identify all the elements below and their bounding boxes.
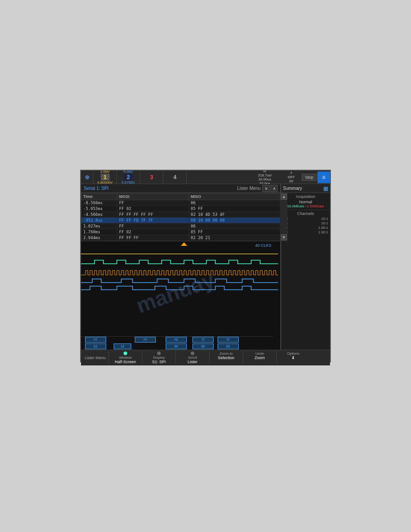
decode-cell: 7F — [218, 337, 239, 343]
menu-item-1[interactable]: Display S1: SPI — [143, 351, 175, 365]
acquisition-rates: 10.0MSa/s / 2.50MSa/s — [283, 204, 328, 208]
main-area: Serial 1: SPI Lister Menu ∨ ∧ Time — [81, 184, 330, 350]
channel-2-button[interactable]: 5.00V 2 5.6750V — [117, 171, 140, 184]
channels-section: Channels DC 10:1 DC 10:1 DC 1.00:1 DC 1.… — [281, 210, 330, 236]
cell-time: -952.0us — [81, 218, 117, 223]
h-label: H — [264, 169, 266, 173]
summary-icon: ▦ — [323, 185, 328, 192]
menu-button[interactable]: ≡ — [317, 172, 330, 183]
scroll-down-button[interactable]: ▼ — [281, 234, 287, 240]
table-row[interactable]: -4.566msFF FF FF FF FF02 10 4D 53 4F — [81, 212, 280, 218]
trig-value: 00 — [289, 179, 293, 183]
menu-item-value: Half-Screen — [115, 360, 136, 364]
acquisition-title: Acquisition — [283, 194, 328, 199]
cell-miso: 02 20 21 — [189, 235, 280, 241]
menu-separator — [142, 351, 142, 363]
decode-cell: 00 — [218, 343, 239, 349]
stop-button[interactable]: Stop — [302, 174, 317, 181]
channel-4-button[interactable]: 4 — [163, 171, 187, 184]
waveform-area: 40 CLKS FF FF FD 7F 7F 03 10 — [81, 241, 280, 350]
menu-item-5[interactable]: Options ⬇ — [278, 351, 309, 365]
table-row[interactable]: -8.594msFF06 — [81, 200, 280, 206]
menu-separator — [209, 351, 210, 363]
oscilloscope-screen: ❄ 2.00V 1 4.80000V 5.00V 2 5.6750V 3 4 H… — [80, 170, 331, 362]
arrow-buttons: ∨ ∧ — [262, 185, 278, 192]
horizontal-timebase: H 218.7us/ 32.00us 32.0us — [249, 169, 280, 185]
menu-item-4[interactable]: Undo Zoom — [244, 351, 275, 365]
decode-cell: 7F — [193, 337, 214, 343]
menu-item-value: S1: SPI — [152, 360, 166, 364]
summary-header: Summary ▦ — [281, 184, 330, 193]
freeze-button[interactable]: ❄ — [81, 171, 94, 184]
scroll-up-button[interactable]: ▲ — [281, 193, 287, 200]
col-time: Time — [81, 193, 117, 200]
channels-title: Channels — [283, 211, 328, 216]
decode-cell: 00 — [193, 343, 214, 349]
channel-3-button[interactable]: 3 — [140, 171, 163, 184]
top-toolbar: ❄ 2.00V 1 4.80000V 5.00V 2 5.6750V 3 4 H… — [81, 171, 330, 184]
t-label: T — [290, 171, 292, 175]
lister-table-wrapper: Time MOSI MISO -8.594msFF06-5.053msFF 02… — [81, 193, 280, 241]
menu-item-0[interactable]: Window Half-Screen — [110, 351, 141, 365]
decode-cell: FF — [85, 337, 106, 343]
acq-rate-green: 10.0MSa/s — [287, 204, 304, 208]
cell-miso: 06 — [189, 223, 280, 229]
lister-menu-header: Lister Menu ∨ ∧ — [237, 185, 278, 192]
cell-time: -5.053ms — [81, 206, 117, 212]
table-row[interactable]: -5.053msFF 0205 FF — [81, 206, 280, 212]
waveform-svg — [81, 241, 280, 350]
menu-item-3[interactable]: Zoom to Selection — [210, 351, 242, 365]
cell-time: 2.944ms — [81, 235, 117, 241]
menu-item-label: Scroll — [188, 356, 197, 360]
menu-item-label: Window — [119, 356, 132, 360]
bottom-menu-items: Window Half-Screen Display S1: SPI Scrol… — [110, 351, 309, 365]
decode-cell: 03 — [85, 343, 106, 349]
decode-row-miso: 03 10 00 00 00 — [81, 343, 273, 350]
table-row[interactable]: -952.0usFF FF FD 7F 7F09 10 00 00 00 — [81, 218, 280, 223]
arrow-up-btn[interactable]: ∧ — [270, 185, 278, 192]
summary-panel: Summary ▦ Acquisition Normal 10.0MSa/s /… — [281, 184, 330, 350]
decode-cell: FF — [135, 337, 156, 343]
channels-list: DC 10:1 DC 10:1 DC 1.00:1 DC 1.00:1 — [283, 217, 328, 234]
acq-rate-red: 2.50MSa/s — [307, 204, 324, 208]
decode-cell: 00 — [166, 343, 187, 349]
cell-miso: 02 10 4D 53 4F — [189, 212, 280, 218]
cell-time: -8.594ms — [81, 200, 117, 206]
acquisition-mode: Normal — [283, 200, 328, 204]
menu-item-label: Options — [287, 352, 300, 356]
table-row[interactable]: 2.944msFF FF FF02 20 21 — [81, 235, 280, 241]
arrow-down-btn[interactable]: ∨ — [262, 185, 270, 192]
summary-title: Summary — [283, 186, 302, 191]
cell-mosi: FF FF FF — [117, 235, 189, 241]
ch2-label: 2 — [124, 174, 133, 180]
menu-separator — [276, 351, 277, 363]
lister-table: Time MOSI MISO -8.594msFF06-5.053msFF 02… — [81, 193, 280, 241]
menu-separator — [176, 351, 176, 363]
acquisition-section: Acquisition Normal 10.0MSa/s / 2.50MSa/s — [281, 193, 330, 210]
serial-title: Serial 1: SPI — [84, 186, 109, 191]
channel-row: DC 10:1 — [283, 217, 328, 221]
menu-item-2[interactable]: Scroll Lister — [177, 351, 208, 365]
decode-cell: 10 — [114, 343, 131, 349]
decode-row-mosi: FF FF FD 7F 7F — [81, 337, 273, 343]
ch-scale: 1.00:1 — [293, 230, 328, 234]
bottom-label: Lister Menu — [83, 355, 107, 361]
decode-bars: FF FF FD 7F 7F 03 10 00 00 00 — [81, 336, 273, 350]
menu-item-label: Display — [153, 356, 165, 360]
ch1-label: 1 — [101, 174, 110, 180]
cell-miso: 06 — [189, 200, 280, 206]
serial-lister-area: Serial 1: SPI Lister Menu ∨ ∧ Time — [81, 184, 281, 350]
menu-item-value: ⬇ — [291, 356, 295, 360]
trig-label: SRT — [288, 175, 295, 179]
channel-1-button[interactable]: 2.00V 1 4.80000V — [94, 171, 117, 184]
cell-miso: 05 FF — [189, 229, 280, 235]
channel-row: DC 10:1 — [283, 221, 328, 225]
menu-dot-green — [124, 352, 127, 355]
table-row[interactable]: 1.027msFF06 — [81, 223, 280, 229]
menu-separator — [108, 352, 109, 364]
menu-item-value: Lister — [188, 360, 197, 364]
menu-item-value: Selection — [218, 356, 235, 360]
cell-time: -4.566ms — [81, 212, 117, 218]
horizontal-top: 218.7us/ — [258, 173, 272, 177]
table-row[interactable]: 1.760msFF 0205 FF — [81, 229, 280, 235]
